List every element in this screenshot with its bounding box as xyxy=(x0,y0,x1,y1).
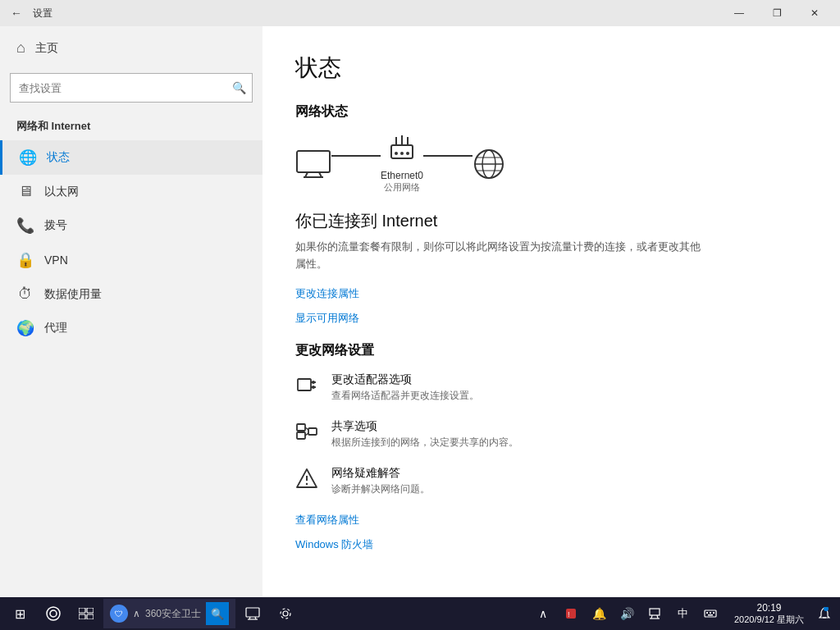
sidebar-item-dialup-label: 拨号 xyxy=(44,218,67,233)
tray-speaker-icon[interactable]: 🔊 xyxy=(614,597,639,630)
tray-network-icon[interactable] xyxy=(642,597,667,630)
svg-text:!: ! xyxy=(568,610,570,619)
adapter-title: 更改适配器选项 xyxy=(331,372,479,387)
connected-title: 你已连接到 Internet xyxy=(295,210,807,232)
svg-rect-23 xyxy=(308,428,317,435)
line-1 xyxy=(331,155,381,157)
adapter-icon xyxy=(295,374,318,400)
computer-icon xyxy=(295,149,331,179)
security-app-name: 360安全卫士 xyxy=(145,607,201,621)
close-button[interactable]: ✕ xyxy=(796,0,833,26)
tray-security-badge[interactable]: ! xyxy=(559,597,583,630)
sharing-desc: 根据所连接到的网络，决定要共享的内容。 xyxy=(331,436,518,450)
task-view-button[interactable] xyxy=(71,597,102,630)
svg-point-28 xyxy=(306,482,308,484)
sidebar-home[interactable]: ⌂ 主页 xyxy=(0,26,262,70)
tray-chevron[interactable]: ∧ xyxy=(531,597,555,630)
svg-point-30 xyxy=(50,610,57,617)
data-usage-icon: ⏱ xyxy=(16,285,34,303)
svg-rect-49 xyxy=(710,612,711,614)
ethernet-icon: 🖥 xyxy=(16,183,34,200)
svg-rect-32 xyxy=(87,608,94,613)
clock-time: 20:19 xyxy=(756,602,781,614)
tray-keyboard-icon[interactable] xyxy=(698,597,723,630)
sidebar-item-proxy-label: 代理 xyxy=(44,321,67,336)
tray-input-method[interactable]: 中 xyxy=(670,597,695,630)
view-network-props-link[interactable]: 查看网络属性 xyxy=(295,513,807,527)
search-icon[interactable]: 🔍 xyxy=(232,81,246,94)
sidebar-item-data-usage[interactable]: ⏱ 数据使用量 xyxy=(0,277,262,311)
start-button[interactable]: ⊞ xyxy=(3,597,36,630)
search-input[interactable] xyxy=(10,73,253,103)
restore-button[interactable]: ❐ xyxy=(758,0,796,26)
adapter-settings-item[interactable]: 更改适配器选项 查看网络适配器并更改连接设置。 xyxy=(295,372,807,403)
sharing-content: 共享选项 根据所连接到的网络，决定要共享的内容。 xyxy=(331,419,518,450)
sidebar-item-data-label: 数据使用量 xyxy=(44,287,102,302)
svg-rect-22 xyxy=(297,432,305,439)
sharing-icon xyxy=(295,421,318,447)
proxy-icon: 🌍 xyxy=(16,319,34,337)
svg-point-10 xyxy=(406,152,409,155)
section-separator: 更改网络设置 xyxy=(295,342,807,359)
dialup-icon: 📞 xyxy=(16,217,34,235)
svg-rect-34 xyxy=(87,614,94,619)
svg-rect-33 xyxy=(79,614,85,619)
window-title: 设置 xyxy=(33,7,52,21)
svg-rect-35 xyxy=(246,608,259,617)
sidebar-home-label: 主页 xyxy=(35,41,58,56)
svg-point-8 xyxy=(395,152,398,155)
sidebar-item-vpn-label: VPN xyxy=(44,253,68,267)
adapter-content: 更改适配器选项 查看网络适配器并更改连接设置。 xyxy=(331,372,479,403)
notification-button[interactable] xyxy=(812,597,837,630)
svg-rect-16 xyxy=(298,379,311,390)
change-connection-props-link[interactable]: 更改连接属性 xyxy=(295,286,807,301)
sidebar-section-title: 网络和 Internet xyxy=(0,112,262,140)
security-app-icon: 🛡 xyxy=(110,605,128,623)
svg-rect-31 xyxy=(79,608,85,613)
clock-date: 2020/9/12 星期六 xyxy=(734,614,804,626)
sidebar-item-vpn[interactable]: 🔒 VPN xyxy=(0,243,262,277)
status-icon: 🌐 xyxy=(19,148,37,167)
right-panel: 状态 网络状态 xyxy=(262,26,840,597)
home-icon: ⌂ xyxy=(16,39,25,57)
troubleshoot-item[interactable]: 网络疑难解答 诊断并解决网络问题。 xyxy=(295,466,807,496)
sidebar-item-status-label: 状态 xyxy=(47,150,70,165)
search-box: 🔍 xyxy=(10,73,253,103)
sharing-settings-item[interactable]: 共享选项 根据所连接到的网络，决定要共享的内容。 xyxy=(295,419,807,450)
svg-point-40 xyxy=(281,609,290,619)
system-tray: ∧ ! 🔔 🔊 中 xyxy=(527,597,726,630)
sidebar-item-ethernet-label: 以太网 xyxy=(44,185,79,199)
change-network-settings-title: 更改网络设置 xyxy=(295,342,807,359)
page-title: 状态 xyxy=(295,52,807,84)
taskbar-search-cortana[interactable] xyxy=(38,597,69,630)
troubleshoot-icon xyxy=(295,468,318,494)
sidebar-item-proxy[interactable]: 🌍 代理 xyxy=(0,311,262,345)
security-taskbar-item[interactable]: 🛡 ∧ 360安全卫士 🔍 xyxy=(103,599,235,628)
minimize-button[interactable]: — xyxy=(720,0,758,26)
router-group: Ethernet0 公用网络 xyxy=(381,134,423,194)
sidebar-item-ethernet[interactable]: 🖥 以太网 xyxy=(0,175,262,208)
ethernet0-label: Ethernet0 xyxy=(381,170,423,181)
search-button[interactable]: 🔍 xyxy=(206,602,229,625)
back-button[interactable]: ← xyxy=(7,3,26,23)
bottom-links: 查看网络属性 Windows 防火墙 xyxy=(295,513,807,552)
globe-group xyxy=(472,148,505,180)
network-taskbar-icon[interactable] xyxy=(237,597,268,630)
svg-rect-50 xyxy=(713,612,714,614)
security-app-label: ∧ xyxy=(133,608,140,619)
window-controls: — ❐ ✕ xyxy=(720,0,833,26)
taskbar: ⊞ 🛡 ∧ 360安全卫士 🔍 xyxy=(0,597,840,630)
taskbar-clock[interactable]: 20:19 2020/9/12 星期六 xyxy=(728,597,810,630)
show-available-networks-link[interactable]: 显示可用网络 xyxy=(295,311,807,326)
settings-taskbar-icon[interactable] xyxy=(270,597,301,630)
windows-firewall-link[interactable]: Windows 防火墙 xyxy=(295,537,807,552)
sidebar-item-dialup[interactable]: 📞 拨号 xyxy=(0,208,262,243)
troubleshoot-desc: 诊断并解决网络问题。 xyxy=(331,482,430,496)
globe-icon xyxy=(472,148,505,180)
svg-point-39 xyxy=(283,611,288,616)
network-diagram: Ethernet0 公用网络 xyxy=(295,134,807,194)
sidebar-item-status[interactable]: 🌐 状态 xyxy=(0,140,262,175)
tray-bell-icon[interactable]: 🔔 xyxy=(587,597,611,630)
connected-desc: 如果你的流量套餐有限制，则你可以将此网络设置为按流量计费的连接，或者更改其他属性… xyxy=(295,239,705,273)
svg-rect-0 xyxy=(297,151,330,172)
